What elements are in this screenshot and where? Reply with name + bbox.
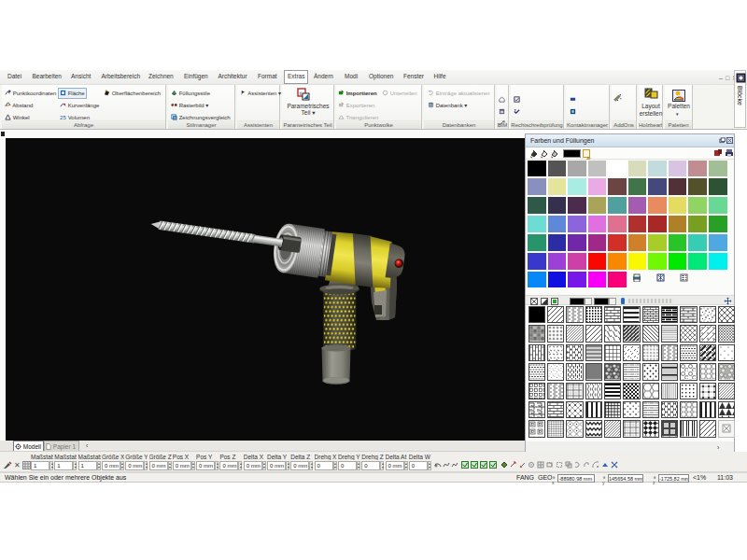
svg-text:ti: ti xyxy=(300,91,303,96)
svg-text:25: 25 xyxy=(60,114,66,120)
